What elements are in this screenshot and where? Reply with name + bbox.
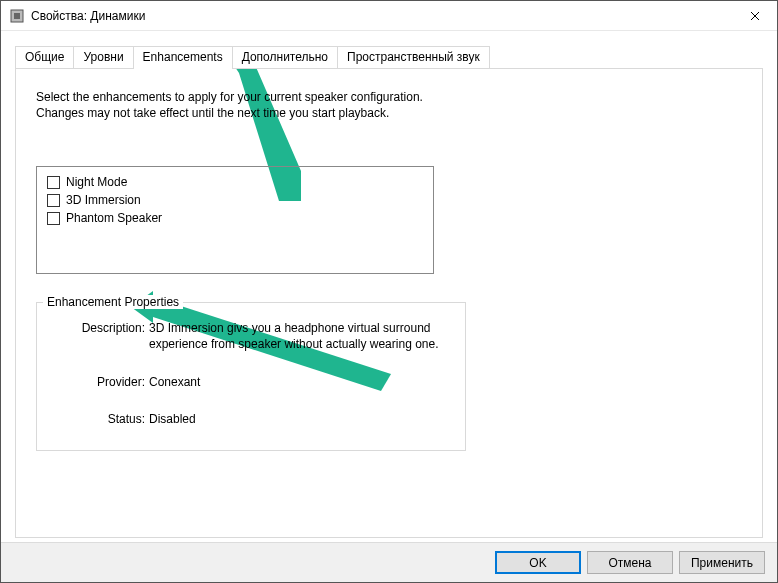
svg-rect-1	[14, 13, 20, 19]
dialog-footer: OK Отмена Применить	[1, 542, 777, 582]
checkbox-icon	[47, 212, 60, 225]
value-provider: Conexant	[149, 375, 453, 391]
group-legend: Enhancement Properties	[43, 295, 183, 309]
checkbox-icon	[47, 194, 60, 207]
label-description: Description:	[49, 321, 149, 352]
checkbox-label: 3D Immersion	[66, 193, 141, 207]
checkbox-night-mode[interactable]: Night Mode	[47, 175, 423, 189]
tab-panel: Select the enhancements to apply for you…	[15, 68, 763, 538]
tab-enhancements[interactable]: Enhancements	[133, 46, 233, 69]
label-status: Status:	[49, 412, 149, 428]
checkbox-icon	[47, 176, 60, 189]
tab-levels[interactable]: Уровни	[73, 46, 133, 68]
checkbox-label: Night Mode	[66, 175, 127, 189]
tab-general[interactable]: Общие	[15, 46, 74, 68]
close-button[interactable]	[732, 1, 777, 31]
label-provider: Provider:	[49, 375, 149, 391]
cancel-button[interactable]: Отмена	[587, 551, 673, 574]
speaker-icon	[9, 8, 25, 24]
window-title: Свойства: Динамики	[31, 9, 732, 23]
titlebar: Свойства: Динамики	[1, 1, 777, 31]
apply-button[interactable]: Применить	[679, 551, 765, 574]
checkbox-label: Phantom Speaker	[66, 211, 162, 225]
enhancement-properties-group: Enhancement Properties Description: 3D I…	[36, 302, 466, 450]
intro-text: Select the enhancements to apply for you…	[36, 89, 456, 121]
value-status: Disabled	[149, 412, 453, 428]
checkbox-3d-immersion[interactable]: 3D Immersion	[47, 193, 423, 207]
tab-spatial-sound[interactable]: Пространственный звук	[337, 46, 490, 68]
ok-button[interactable]: OK	[495, 551, 581, 574]
enhancements-listbox[interactable]: Night Mode 3D Immersion Phantom Speaker	[36, 166, 434, 274]
tab-advanced[interactable]: Дополнительно	[232, 46, 338, 68]
tabstrip: Общие Уровни Enhancements Дополнительно …	[15, 46, 763, 68]
checkbox-phantom-speaker[interactable]: Phantom Speaker	[47, 211, 423, 225]
dialog-content: Общие Уровни Enhancements Дополнительно …	[1, 31, 777, 542]
value-description: 3D Immersion givs you a headphone virtua…	[149, 321, 453, 352]
